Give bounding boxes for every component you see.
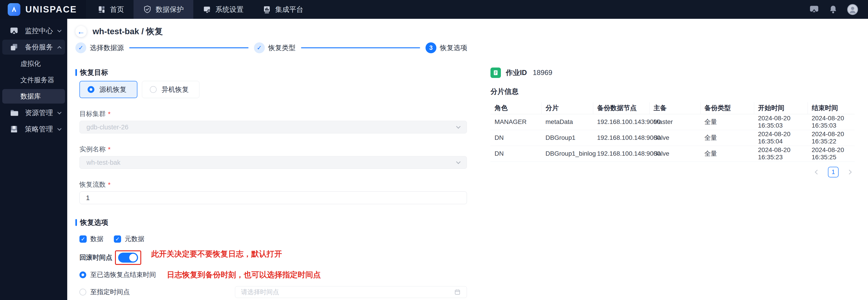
datetime-picker-input[interactable]: 请选择时间点 xyxy=(235,286,467,298)
nav-menu: 首页 数据保护 系统设置 集成平台 xyxy=(88,0,313,19)
pagination-page-1[interactable]: 1 xyxy=(828,167,839,178)
step-connector xyxy=(301,47,420,48)
cell-master-slave: Master xyxy=(649,114,700,130)
page-title: wh-test-bak / 恢复 xyxy=(93,26,163,37)
section-accent-bar xyxy=(75,69,77,76)
table-row: DN DBGroup1_binlog 192.168.100.148:9000 … xyxy=(491,146,855,162)
step-check-icon: ✓ xyxy=(75,43,86,53)
job-document-icon xyxy=(491,67,501,78)
nav-item-label: 系统设置 xyxy=(215,5,244,14)
back-arrow-icon: ← xyxy=(77,27,85,36)
nav-item-label: 数据保护 xyxy=(156,5,184,14)
sidebar-subitem-virtualization[interactable]: 虚拟化 xyxy=(2,56,65,71)
radio-label: 至已选恢复点结束时间 xyxy=(90,270,156,279)
annotation-highlight-box xyxy=(115,250,141,265)
rollback-toggle[interactable] xyxy=(118,253,138,263)
cell-end-time: 2024-08-20 16:35:22 xyxy=(808,130,855,146)
cell-start-time: 2024-08-20 16:35:04 xyxy=(754,130,808,146)
target-cluster-select: gdb-cluster-26 xyxy=(80,121,467,133)
toggle-knob xyxy=(129,254,137,262)
sidebar-item-label: 备份服务 xyxy=(25,43,53,52)
cell-backup-type: 全量 xyxy=(700,130,754,146)
step-label: 恢复类型 xyxy=(269,43,296,53)
sidebar-item-backup-service[interactable]: 备份服务 xyxy=(2,40,65,55)
required-mark: * xyxy=(108,146,111,153)
cell-role: MANAGER xyxy=(491,114,541,130)
nav-item-system-settings[interactable]: 系统设置 xyxy=(193,0,253,19)
user-icon xyxy=(848,5,857,14)
brand-logo-icon xyxy=(8,3,20,16)
sidebar-item-resource-management[interactable]: 资源管理 xyxy=(2,105,65,120)
main-content: ← wh-test-bak / 恢复 ✓ 选择数据源 ✓ 恢复类型 3 恢复选项… xyxy=(67,19,868,300)
nav-item-data-protection[interactable]: 数据保护 xyxy=(133,0,193,19)
cell-start-time: 2024-08-20 16:35:03 xyxy=(754,114,808,130)
cell-master-slave: Salve xyxy=(649,130,700,146)
step-select-datasource[interactable]: ✓ 选择数据源 xyxy=(75,43,124,53)
step-restore-type[interactable]: ✓ 恢复类型 xyxy=(254,43,296,53)
back-button[interactable]: ← xyxy=(75,26,87,37)
pagination-next-icon[interactable] xyxy=(847,169,852,174)
chevron-down-icon xyxy=(456,160,461,164)
table-row: DN DBGroup1 192.168.100.148:9000 Salve 全… xyxy=(491,130,855,146)
policy-icon xyxy=(9,125,19,134)
radio-unselected-icon[interactable] xyxy=(80,289,86,296)
navbar-right xyxy=(809,4,868,15)
datetime-placeholder: 请选择时间点 xyxy=(241,288,279,296)
card-other-machine-restore[interactable]: 异机恢复 xyxy=(142,81,199,98)
screen-cast-icon[interactable] xyxy=(809,5,819,14)
checkbox-checked-icon: ✓ xyxy=(80,236,87,243)
select-value: gdb-cluster-26 xyxy=(87,124,128,131)
sidebar-subitem-file-server[interactable]: 文件服务器 xyxy=(2,73,65,87)
radio-selected-icon[interactable] xyxy=(80,271,86,278)
cell-role: DN xyxy=(491,130,541,146)
column-header: 开始时间 xyxy=(754,102,808,114)
backup-copy-icon xyxy=(9,43,19,52)
step-restore-options[interactable]: 3 恢复选项 xyxy=(426,43,467,53)
annotation-toggle-note: 此开关决定要不要恢复日志，默认打开 xyxy=(151,249,282,259)
card-label: 异机恢复 xyxy=(162,85,189,94)
sidebar-item-policy-management[interactable]: 策略管理 xyxy=(2,122,65,137)
radio-row-specified-time: 至指定时间点 请选择时间点 xyxy=(80,286,467,298)
card-source-machine-restore[interactable]: 源机恢复 xyxy=(80,81,137,98)
field-label-restore-streams: 恢复流数* xyxy=(80,180,467,189)
rollback-time-label: 回滚时间点 xyxy=(80,253,112,262)
restore-streams-input[interactable] xyxy=(80,191,467,204)
step-number: 3 xyxy=(426,43,436,53)
sidebar-item-monitor-center[interactable]: 监控中心 xyxy=(2,23,65,38)
nav-item-integration-platform[interactable]: 集成平台 xyxy=(253,0,313,19)
nav-item-home[interactable]: 首页 xyxy=(88,0,133,19)
checkbox-metadata[interactable]: ✓ 元数据 xyxy=(114,235,145,244)
page-header: ← wh-test-bak / 恢复 xyxy=(75,25,860,38)
cell-end-time: 2024-08-20 16:35:03 xyxy=(808,114,855,130)
sidebar-item-label: 资源管理 xyxy=(25,108,53,117)
column-header: 角色 xyxy=(491,102,541,114)
required-mark: * xyxy=(108,181,111,189)
sidebar-item-label: 策略管理 xyxy=(25,125,53,134)
job-info-panel: 作业ID 18969 分片信息 角色 分片 备份数据节点 主备 备份类型 开始时… xyxy=(491,66,855,178)
step-connector xyxy=(129,47,249,48)
card-label: 源机恢复 xyxy=(99,85,126,94)
cell-shard: DBGroup1_binlog xyxy=(541,146,593,162)
checkbox-checked-icon: ✓ xyxy=(114,236,121,243)
field-label-instance-name: 实例名称* xyxy=(80,145,467,154)
column-header: 备份类型 xyxy=(700,102,754,114)
sidebar-subitem-database[interactable]: 数据库 xyxy=(2,89,65,104)
required-mark: * xyxy=(108,110,111,118)
notification-bell-icon[interactable] xyxy=(829,5,838,14)
table-header-row: 角色 分片 备份数据节点 主备 备份类型 开始时间 结束时间 xyxy=(491,102,855,114)
checkbox-label: 元数据 xyxy=(125,235,145,244)
checkbox-data[interactable]: ✓ 数据 xyxy=(80,235,103,244)
pagination-prev-icon[interactable] xyxy=(815,169,819,174)
annotation-radio-note: 日志恢复到备份时刻，也可以选择指定时间点 xyxy=(167,270,321,280)
user-avatar[interactable] xyxy=(847,4,858,15)
shard-info-title: 分片信息 xyxy=(491,87,855,96)
table-row: MANAGER metaData 192.168.100.143:9000 Ma… xyxy=(491,114,855,130)
step-label: 恢复选项 xyxy=(440,43,467,53)
chevron-down-icon xyxy=(57,127,61,131)
pagination: 1 xyxy=(491,167,855,178)
section-accent-bar xyxy=(75,219,77,226)
select-value: wh-test-bak xyxy=(87,159,120,166)
dashboard-icon xyxy=(97,5,106,14)
column-header: 分片 xyxy=(541,102,593,114)
cell-backup-type: 全量 xyxy=(700,114,754,130)
